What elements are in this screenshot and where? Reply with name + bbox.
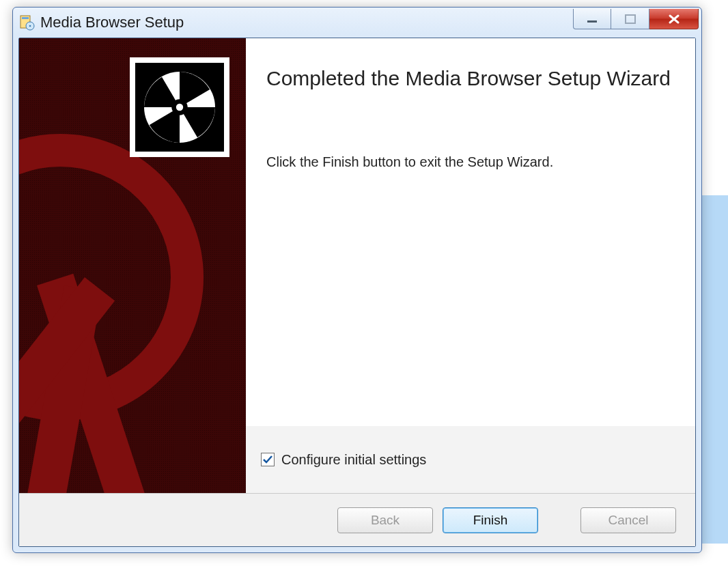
maximize-button[interactable] [611,9,649,29]
configure-checkbox[interactable] [261,453,275,466]
desktop-strip [699,195,728,544]
svg-point-8 [176,104,183,111]
finish-button[interactable]: Finish [443,507,538,533]
window-buttons [573,9,699,29]
svg-rect-1 [22,17,29,19]
disc-icon [130,57,229,157]
wizard-description: Click the Finish button to exit the Setu… [266,154,682,170]
back-button[interactable]: Back [337,507,433,533]
wizard-banner [19,38,246,493]
wizard-heading: Completed the Media Browser Setup Wizard [266,66,682,92]
close-button[interactable] [649,9,699,29]
wizard-body: Completed the Media Browser Setup Wizard… [19,38,695,493]
client-area: Completed the Media Browser Setup Wizard… [18,38,696,547]
wizard-footer: Back Finish Cancel [19,493,695,546]
wizard-content: Completed the Media Browser Setup Wizard… [246,38,695,493]
titlebar[interactable]: Media Browser Setup [13,8,701,38]
svg-rect-5 [626,15,635,23]
configure-label: Configure initial settings [281,452,426,468]
option-row: Configure initial settings [246,426,695,493]
svg-rect-4 [587,20,597,23]
installer-window: Media Browser Setup [12,7,702,553]
window-title: Media Browser Setup [40,14,573,31]
installer-icon [18,14,35,31]
minimize-button[interactable] [573,9,611,29]
cancel-button[interactable]: Cancel [580,507,676,533]
svg-point-3 [29,25,31,27]
